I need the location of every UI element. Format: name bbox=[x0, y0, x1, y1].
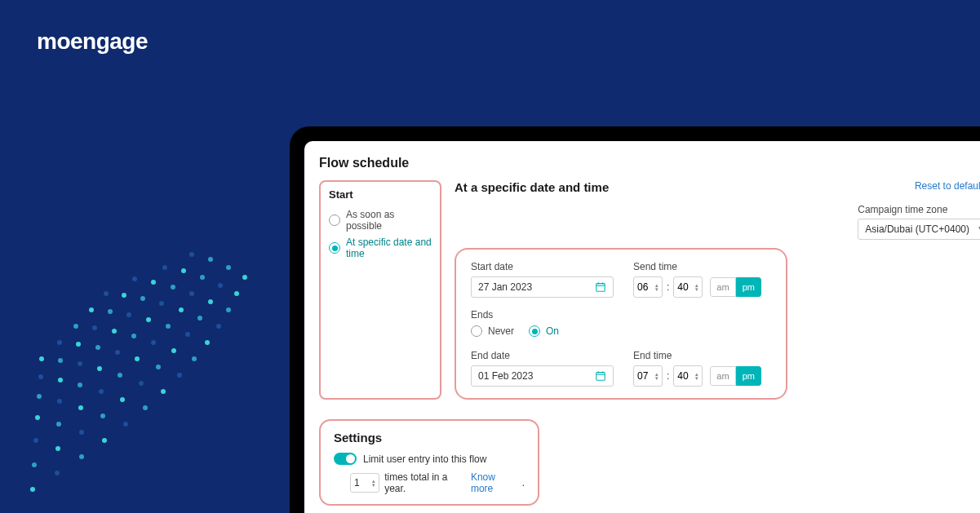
end-time-label: End time bbox=[633, 350, 761, 361]
svg-point-33 bbox=[112, 329, 117, 334]
limit-suffix-text: times total in a year. bbox=[384, 471, 466, 494]
limit-count-input[interactable]: 1▴▾ bbox=[350, 473, 379, 493]
svg-point-22 bbox=[205, 340, 210, 345]
svg-point-32 bbox=[131, 334, 136, 338]
radio-icon bbox=[329, 214, 340, 226]
svg-point-11 bbox=[189, 291, 194, 296]
svg-point-59 bbox=[57, 399, 62, 404]
svg-point-55 bbox=[38, 374, 43, 379]
svg-point-5 bbox=[218, 283, 223, 288]
device-screen: Flow schedule Start As soon as possible … bbox=[304, 141, 980, 513]
limit-entry-toggle[interactable] bbox=[334, 453, 357, 465]
reset-defaults-link[interactable]: Reset to defaults bbox=[915, 180, 980, 192]
svg-point-20 bbox=[122, 293, 126, 298]
end-time-hour[interactable]: 07▴▾ bbox=[633, 365, 663, 387]
svg-point-47 bbox=[78, 361, 82, 366]
svg-point-19 bbox=[140, 296, 145, 301]
end-date-label: End date bbox=[471, 350, 614, 361]
time-separator: : bbox=[667, 281, 669, 293]
svg-point-46 bbox=[97, 366, 102, 371]
svg-point-9 bbox=[226, 307, 231, 312]
timezone-select[interactable]: Asia/Dubai (UTC+0400) bbox=[858, 219, 980, 240]
radio-ends-on[interactable]: On bbox=[529, 325, 559, 337]
svg-point-70 bbox=[30, 487, 35, 492]
time-separator: : bbox=[667, 370, 669, 382]
svg-point-45 bbox=[118, 373, 122, 378]
svg-point-14 bbox=[132, 276, 137, 281]
svg-point-37 bbox=[156, 365, 161, 369]
svg-point-41 bbox=[76, 342, 81, 347]
svg-point-64 bbox=[35, 415, 40, 420]
settings-title: Settings bbox=[334, 431, 525, 444]
svg-point-39 bbox=[115, 350, 120, 355]
send-time-am-button[interactable]: am bbox=[710, 277, 735, 297]
radio-label: Never bbox=[488, 325, 514, 337]
svg-point-53 bbox=[78, 383, 82, 387]
svg-point-1 bbox=[226, 265, 231, 270]
section-title: At a specific date and time bbox=[455, 180, 609, 194]
start-options-panel: Start As soon as possible At specific da… bbox=[319, 180, 441, 400]
svg-point-21 bbox=[104, 291, 109, 296]
spinner-icon: ▴▾ bbox=[695, 372, 698, 380]
svg-point-27 bbox=[108, 309, 113, 314]
svg-point-8 bbox=[162, 265, 167, 270]
svg-point-23 bbox=[185, 332, 190, 337]
svg-point-44 bbox=[139, 381, 144, 386]
brand-logo: moengage bbox=[37, 29, 148, 55]
end-time-pm-button[interactable]: pm bbox=[736, 366, 761, 386]
svg-point-16 bbox=[197, 316, 202, 321]
page-title: Flow schedule bbox=[319, 156, 980, 170]
calendar-icon bbox=[595, 281, 606, 293]
svg-point-54 bbox=[58, 378, 63, 383]
svg-point-28 bbox=[89, 307, 94, 312]
svg-point-40 bbox=[95, 345, 100, 350]
send-time-minute[interactable]: 40▴▾ bbox=[673, 276, 703, 298]
svg-point-6 bbox=[200, 275, 205, 280]
svg-point-49 bbox=[39, 356, 44, 361]
svg-point-25 bbox=[146, 317, 151, 322]
svg-point-48 bbox=[58, 358, 63, 363]
start-date-input[interactable]: 27 Jan 2023 bbox=[471, 276, 614, 298]
svg-point-61 bbox=[102, 438, 107, 443]
svg-point-15 bbox=[216, 324, 221, 329]
spinner-icon: ▴▾ bbox=[372, 479, 375, 487]
svg-rect-75 bbox=[596, 373, 605, 381]
radio-label: At specific date and time bbox=[346, 237, 432, 259]
end-time-am-button[interactable]: am bbox=[710, 366, 735, 386]
svg-point-67 bbox=[33, 438, 38, 443]
svg-point-29 bbox=[192, 356, 197, 361]
spinner-icon: ▴▾ bbox=[655, 372, 659, 380]
svg-point-0 bbox=[242, 275, 247, 280]
svg-point-42 bbox=[57, 340, 62, 345]
radio-label: As soon as possible bbox=[346, 209, 432, 232]
svg-rect-71 bbox=[596, 284, 605, 292]
svg-point-3 bbox=[189, 252, 194, 257]
svg-point-62 bbox=[79, 430, 84, 435]
start-panel-label: Start bbox=[329, 188, 432, 201]
svg-point-17 bbox=[179, 307, 184, 312]
device-frame: Flow schedule Start As soon as possible … bbox=[290, 126, 980, 513]
spinner-icon: ▴▾ bbox=[695, 283, 698, 291]
svg-point-4 bbox=[234, 291, 239, 296]
radio-icon bbox=[329, 242, 340, 254]
end-date-input[interactable]: 01 Feb 2023 bbox=[471, 365, 614, 387]
svg-point-35 bbox=[73, 324, 78, 329]
end-time-minute[interactable]: 40▴▾ bbox=[673, 365, 703, 387]
radio-asap[interactable]: As soon as possible bbox=[329, 209, 432, 232]
know-more-link[interactable]: Know more bbox=[471, 471, 517, 494]
radio-label: On bbox=[546, 325, 559, 337]
svg-point-56 bbox=[123, 422, 128, 427]
svg-point-65 bbox=[79, 454, 84, 459]
radio-specific-date[interactable]: At specific date and time bbox=[329, 237, 432, 259]
toggle-label: Limit user entry into this flow bbox=[363, 453, 486, 465]
schedule-box: Start date 27 Jan 2023 Send time 06▴▾ : bbox=[455, 248, 787, 400]
svg-point-68 bbox=[55, 471, 60, 475]
calendar-icon bbox=[595, 370, 606, 382]
svg-point-63 bbox=[56, 422, 61, 427]
send-time-pm-button[interactable]: pm bbox=[736, 277, 761, 297]
radio-ends-never[interactable]: Never bbox=[471, 325, 514, 337]
svg-point-12 bbox=[171, 285, 175, 290]
ends-label: Ends bbox=[471, 309, 771, 321]
radio-icon bbox=[529, 325, 540, 337]
send-time-hour[interactable]: 06▴▾ bbox=[633, 276, 663, 298]
